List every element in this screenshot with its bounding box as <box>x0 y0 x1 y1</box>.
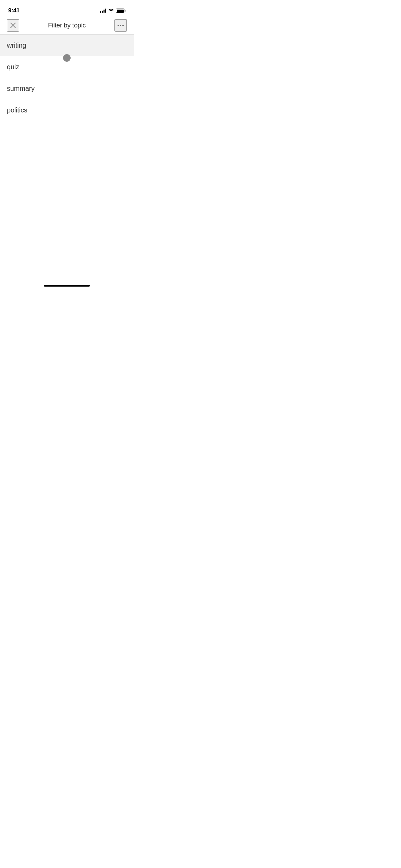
status-bar: 9:41 <box>0 0 134 16</box>
topic-label: summary <box>7 85 35 92</box>
list-item[interactable]: summary <box>0 78 134 99</box>
more-dot-2 <box>120 25 121 26</box>
more-dot-1 <box>118 25 119 26</box>
list-item[interactable]: quiz <box>0 56 134 78</box>
more-button[interactable] <box>114 19 127 32</box>
more-dot-3 <box>122 25 124 26</box>
close-button[interactable] <box>7 19 19 32</box>
status-icons <box>100 9 125 13</box>
page-title: Filter by topic <box>48 22 86 29</box>
wifi-icon <box>108 9 114 13</box>
status-time: 9:41 <box>8 7 20 14</box>
battery-icon <box>116 9 125 13</box>
home-indicator <box>44 285 90 287</box>
nav-bar: Filter by topic <box>0 16 134 34</box>
topic-label: quiz <box>7 63 19 71</box>
list-item[interactable]: politics <box>0 99 134 121</box>
topic-label: writing <box>7 41 26 49</box>
topic-list: writing quiz summary politics <box>0 35 134 121</box>
list-item[interactable]: writing <box>0 35 134 56</box>
signal-icon <box>100 9 106 13</box>
topic-label: politics <box>7 106 27 114</box>
